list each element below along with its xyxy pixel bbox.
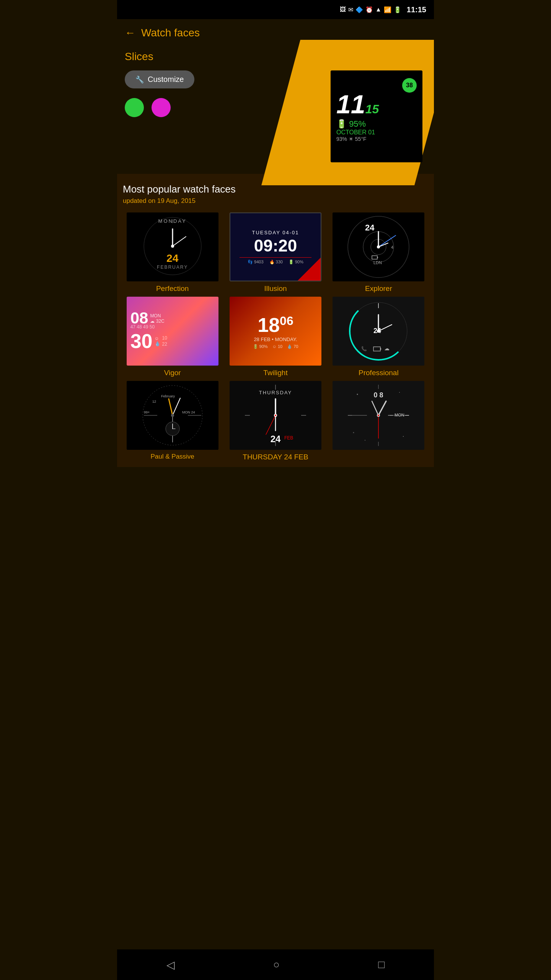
svg-point-73 bbox=[378, 415, 379, 416]
svg-text:99+: 99+ bbox=[144, 410, 150, 414]
preview-time: 1115 bbox=[336, 91, 417, 117]
face-vigor: 08 MON ☁ 32C 47 48 49 50 30 ☺ 💧 bbox=[127, 297, 218, 366]
watch-item-perfection[interactable]: 24 FEBRUARY MONDAY Perfection bbox=[123, 212, 222, 293]
svg-point-12 bbox=[377, 245, 380, 248]
svg-text:24: 24 bbox=[365, 223, 375, 232]
watch-thumb-illusion: TUESDAY 04-01 09:20 👣 9403 🔥 330 🔋 90% bbox=[230, 212, 321, 281]
watch-item-dark1[interactable]: 99+ MON 24 February 12 Paul & Passive bbox=[123, 381, 222, 461]
svg-point-61 bbox=[403, 436, 404, 437]
svg-text:☁: ☁ bbox=[384, 345, 390, 351]
illusion-stats: 👣 9403 🔥 330 🔋 90% bbox=[248, 260, 303, 265]
color-dots bbox=[125, 98, 331, 117]
watch-item-explorer[interactable]: 24 LDN 4 bbox=[329, 212, 428, 293]
svg-text:4: 4 bbox=[391, 245, 393, 250]
svg-rect-26 bbox=[380, 348, 381, 350]
color-dot-green[interactable] bbox=[125, 98, 144, 117]
status-bar: 🖼 ✉ 🔷 ⏰ ▲ 📶 🔋 11:15 bbox=[117, 0, 434, 19]
signal-icon: 📶 bbox=[384, 6, 391, 13]
watch-thumb-dark1: 99+ MON 24 February 12 bbox=[127, 381, 218, 450]
watch-item-dark3[interactable]: 0 8 MON bbox=[329, 381, 428, 461]
watch-name-professional: Professional bbox=[359, 369, 399, 377]
preview-date: OCTOBER 01 bbox=[336, 129, 417, 136]
vigor-smile: ☺ bbox=[155, 336, 160, 341]
watch-grid: 24 FEBRUARY MONDAY Perfection TUESDAY 04… bbox=[123, 212, 428, 461]
svg-point-28 bbox=[377, 330, 380, 333]
watch-item-vigor[interactable]: 08 MON ☁ 32C 47 48 49 50 30 ☺ 💧 bbox=[123, 297, 222, 377]
popular-subtitle: updated on 19 Aug, 2015 bbox=[123, 197, 428, 205]
svg-text:MON 24: MON 24 bbox=[182, 410, 195, 414]
vigor-drop: 💧 bbox=[155, 341, 160, 346]
page-title: Watch faces bbox=[141, 27, 200, 39]
vigor-day: MON bbox=[150, 313, 164, 318]
face-thursday: THURSDAY 24 FEB bbox=[230, 381, 321, 450]
color-dot-magenta[interactable] bbox=[152, 98, 171, 117]
svg-text:24: 24 bbox=[271, 434, 281, 444]
svg-rect-14 bbox=[377, 257, 378, 258]
svg-text:MON: MON bbox=[395, 413, 404, 417]
watch-name-illusion: Illusion bbox=[264, 284, 287, 293]
vigor-hour: 08 bbox=[130, 310, 148, 326]
gallery-icon: 🖼 bbox=[340, 6, 346, 13]
illusion-date: TUESDAY 04-01 bbox=[252, 230, 299, 235]
svg-text:12: 12 bbox=[152, 400, 156, 403]
customize-label: Customize bbox=[148, 75, 184, 84]
watch-name-dark1: Paul & Passive bbox=[150, 453, 194, 461]
preview-badge: 38 bbox=[402, 78, 417, 93]
watch-thumb-vigor: 08 MON ☁ 32C 47 48 49 50 30 ☺ 💧 bbox=[127, 297, 218, 366]
watch-name-twilight: Twilight bbox=[263, 369, 287, 377]
svg-text:0 8: 0 8 bbox=[374, 391, 383, 399]
watch-name-explorer: Explorer bbox=[365, 284, 392, 293]
watch-thumb-perfection: 24 FEBRUARY MONDAY bbox=[127, 212, 218, 281]
bluetooth-icon: 🔷 bbox=[355, 6, 363, 13]
customize-button[interactable]: 🔧 Customize bbox=[125, 70, 194, 88]
svg-point-60 bbox=[353, 432, 354, 433]
vigor-date: 30 bbox=[130, 330, 153, 353]
watch-item-twilight[interactable]: 1806 28 FEB • MONDAY. 🔋 90% ☺ 10 💧 70 Tw… bbox=[226, 297, 325, 377]
face-twilight: 1806 28 FEB • MONDAY. 🔋 90% ☺ 10 💧 70 bbox=[230, 297, 321, 366]
back-button[interactable]: ← bbox=[125, 27, 135, 39]
popular-section: Most popular watch faces updated on 19 A… bbox=[117, 174, 434, 467]
face-illusion: TUESDAY 04-01 09:20 👣 9403 🔥 330 🔋 90% bbox=[230, 213, 321, 281]
watch-name-vigor: Vigor bbox=[164, 369, 181, 377]
preview-charge: 93% ☀ 55°F bbox=[336, 136, 417, 142]
wifi-icon: ▲ bbox=[375, 6, 381, 13]
svg-point-53 bbox=[275, 415, 276, 416]
watch-preview: 1115 🔋 95% OCTOBER 01 93% ☀ 55°F 38 bbox=[331, 70, 422, 162]
watch-thumb-explorer: 24 LDN 4 bbox=[333, 212, 424, 281]
watch-item-professional[interactable]: 24 📞 ☁ Professional bbox=[329, 297, 428, 377]
twilight-time: 1806 bbox=[258, 314, 293, 336]
watch-item-thursday[interactable]: THURSDAY 24 FEB THURSDAY 24 FEB bbox=[226, 381, 325, 461]
svg-point-62 bbox=[365, 440, 365, 441]
twilight-stats: 🔋 90% ☺ 10 💧 70 bbox=[253, 344, 298, 349]
twilight-date: 28 FEB • MONDAY. bbox=[254, 336, 297, 342]
watch-name-perfection: Perfection bbox=[156, 284, 189, 293]
svg-text:📞: 📞 bbox=[361, 346, 367, 351]
svg-text:FEB: FEB bbox=[284, 435, 293, 441]
svg-text:LDN: LDN bbox=[373, 260, 382, 265]
watch-thumb-professional: 24 📞 ☁ bbox=[333, 297, 424, 366]
face-dark3: 0 8 MON bbox=[333, 381, 424, 450]
face-explorer: 24 LDN 4 bbox=[333, 212, 424, 281]
alarm-icon: ⏰ bbox=[365, 6, 373, 13]
face-perfection: 24 FEBRUARY MONDAY bbox=[127, 212, 218, 281]
slices-section: Slices 🔧 Customize 1115 🔋 95% OCTOBER bbox=[117, 43, 434, 174]
svg-point-59 bbox=[399, 392, 400, 393]
watch-thumb-twilight: 1806 28 FEB • MONDAY. 🔋 90% ☺ 10 💧 70 bbox=[230, 297, 321, 366]
watch-preview-inner: 1115 🔋 95% OCTOBER 01 93% ☀ 55°F 38 bbox=[331, 70, 422, 162]
status-time: 11:15 bbox=[407, 5, 426, 14]
slices-content: 🔧 Customize 1115 🔋 95% OCTOBER 01 93% ☀ … bbox=[125, 70, 426, 174]
svg-point-39 bbox=[171, 414, 174, 417]
svg-line-3 bbox=[173, 237, 186, 246]
watch-thumb-dark3: 0 8 MON bbox=[333, 381, 424, 450]
face-dark1: 99+ MON 24 February 12 bbox=[127, 381, 218, 450]
svg-point-4 bbox=[171, 245, 174, 248]
wrench-icon: 🔧 bbox=[135, 75, 144, 84]
svg-text:THURSDAY: THURSDAY bbox=[259, 390, 292, 395]
watch-item-illusion[interactable]: TUESDAY 04-01 09:20 👣 9403 🔥 330 🔋 90% I… bbox=[226, 212, 325, 293]
svg-text:February: February bbox=[161, 394, 175, 398]
watch-name-thursday: THURSDAY 24 FEB bbox=[243, 453, 308, 461]
preview-battery: 🔋 95% bbox=[336, 119, 417, 129]
mail-icon: ✉ bbox=[348, 6, 353, 13]
battery-icon: 🔋 bbox=[394, 6, 401, 13]
illusion-time: 09:20 bbox=[254, 236, 297, 255]
